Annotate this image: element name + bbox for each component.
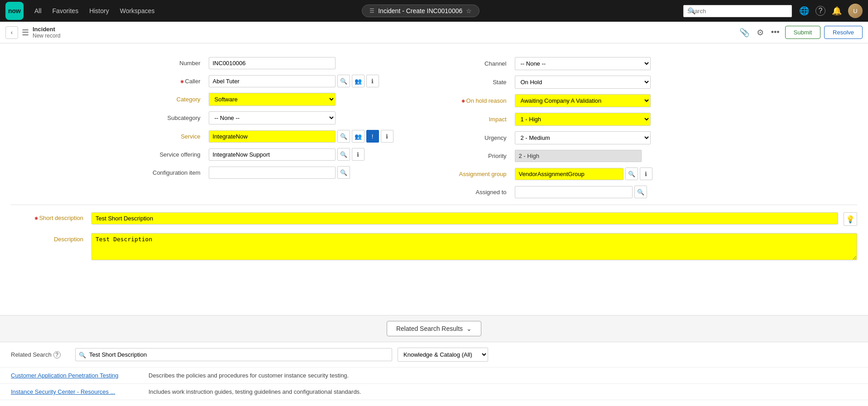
channel-select[interactable]: -- None -- Email Phone Self-service	[515, 57, 651, 70]
bell-icon[interactable]: 🔔	[832, 6, 842, 16]
urgency-row: Urgency 1 - High 2 - Medium 3 - Low	[434, 129, 740, 147]
help-icon[interactable]: ?	[815, 6, 825, 16]
service-offering-field: 🔍 ℹ	[209, 148, 434, 161]
nav-all[interactable]: All	[31, 5, 45, 16]
caller-search-button[interactable]: 🔍	[337, 75, 350, 87]
impact-label: Impact	[434, 116, 511, 123]
service-info-button[interactable]: ℹ	[381, 130, 393, 143]
assignment-group-input[interactable]	[515, 168, 623, 180]
assignment-group-label: Assignment group	[434, 171, 511, 177]
caller-row: Caller 🔍 👥 ℹ	[128, 72, 434, 90]
description-label: Description	[11, 233, 88, 243]
service-offering-row: Service offering 🔍 ℹ	[128, 145, 434, 163]
short-description-lightbulb-button[interactable]: 💡	[844, 212, 857, 226]
form-grid: Number Caller 🔍 👥 ℹ Category	[117, 54, 751, 201]
config-item-label: Configuration item	[128, 169, 205, 176]
left-column: Number Caller 🔍 👥 ℹ Category	[128, 54, 434, 201]
assigned-to-search-button[interactable]: 🔍	[634, 186, 647, 198]
global-search-input[interactable]	[683, 5, 792, 17]
star-icon[interactable]: ☆	[466, 7, 472, 14]
number-input[interactable]	[209, 57, 336, 69]
result-link-2[interactable]: Instance Security Center - Resources ...	[11, 388, 138, 395]
search-icon: 🔍	[688, 7, 695, 14]
on-hold-reason-select[interactable]: Awaiting Company A Validation Awaiting C…	[515, 94, 651, 107]
related-search-bar: Related Search ? 🔍 Knowledge & Catalog (…	[0, 342, 868, 367]
assignment-group-search-button[interactable]: 🔍	[625, 167, 638, 180]
record-subtitle: New record	[33, 33, 60, 39]
service-input[interactable]	[209, 130, 336, 143]
service-offering-input[interactable]	[209, 148, 336, 161]
subcategory-row: Subcategory -- None --	[128, 109, 434, 127]
search-results-list: Customer Application Penetration Testing…	[0, 367, 868, 406]
nav-history[interactable]: History	[86, 5, 113, 16]
attachment-button[interactable]: 📎	[738, 26, 751, 39]
config-item-row: Configuration item 🔍	[128, 163, 434, 182]
assignment-group-info-button[interactable]: ℹ	[640, 167, 652, 180]
caller-field: 🔍 👥 ℹ	[209, 75, 434, 87]
search-result-item: Customer Application Penetration Testing…	[0, 368, 868, 384]
channel-row: Channel -- None -- Email Phone Self-serv…	[434, 54, 740, 73]
nav-icons: 🌐 ? 🔔 U	[799, 4, 863, 18]
description-row: Description Test Description	[0, 229, 868, 264]
settings-button[interactable]: ⚙	[755, 26, 766, 39]
result-link-1[interactable]: Customer Application Penetration Testing	[11, 372, 138, 379]
category-field: Software Hardware Network	[209, 93, 434, 106]
related-search-input[interactable]	[75, 348, 392, 361]
top-nav: now All Favorites History Workspaces ☰ I…	[0, 0, 868, 22]
hamburger-button[interactable]: ☰	[22, 28, 29, 38]
catalog-select[interactable]: Knowledge & Catalog (All) Knowledge Cata…	[398, 348, 488, 362]
impact-select[interactable]: 1 - High 2 - Medium 3 - Low	[515, 113, 651, 126]
service-offering-search-button[interactable]: 🔍	[337, 148, 350, 161]
subcategory-select[interactable]: -- None --	[209, 111, 336, 124]
urgency-select[interactable]: 1 - High 2 - Medium 3 - Low	[515, 131, 651, 144]
category-row: Category Software Hardware Network	[128, 90, 434, 109]
resolve-button[interactable]: Resolve	[824, 26, 863, 39]
service-alert-button[interactable]: !	[366, 130, 379, 143]
config-item-search-button[interactable]: 🔍	[337, 166, 350, 179]
number-field	[209, 57, 434, 69]
caller-people-button[interactable]: 👥	[352, 75, 364, 87]
more-button[interactable]: •••	[769, 26, 782, 39]
nav-favorites[interactable]: Favorites	[49, 5, 82, 16]
related-search-icon: 🔍	[79, 351, 86, 358]
service-people-button[interactable]: 👥	[352, 130, 364, 143]
category-label: Category	[128, 96, 205, 103]
nav-workspaces[interactable]: Workspaces	[116, 5, 158, 16]
config-item-input[interactable]	[209, 167, 336, 179]
config-item-field: 🔍	[209, 166, 434, 179]
tab-label: Incident - Create INC0010006	[378, 7, 462, 14]
assignment-group-row: Assignment group 🔍 ℹ	[434, 165, 740, 183]
chevron-down-icon: ⌄	[466, 325, 472, 332]
category-select[interactable]: Software Hardware Network	[209, 93, 336, 106]
service-offering-info-button[interactable]: ℹ	[352, 148, 364, 161]
related-search-label: Related Search ?	[11, 351, 70, 358]
assigned-to-input[interactable]	[515, 186, 633, 198]
avatar[interactable]: U	[848, 4, 863, 18]
submit-button[interactable]: Submit	[785, 26, 820, 39]
assigned-to-field: 🔍	[515, 186, 740, 198]
assigned-to-label: Assigned to	[434, 189, 511, 196]
impact-row: Impact 1 - High 2 - Medium 3 - Low	[434, 110, 740, 129]
active-tab[interactable]: ☰ Incident - Create INC0010006 ☆	[362, 5, 480, 17]
state-select[interactable]: On Hold New In Progress Resolved Closed	[515, 76, 651, 89]
caller-input[interactable]	[209, 75, 336, 87]
short-description-input[interactable]	[91, 212, 838, 224]
priority-label: Priority	[434, 153, 511, 159]
caller-info-button[interactable]: ℹ	[366, 75, 379, 87]
globe-icon[interactable]: 🌐	[799, 6, 809, 16]
state-row: State On Hold New In Progress Resolved C…	[434, 73, 740, 91]
service-search-button[interactable]: 🔍	[337, 130, 350, 143]
tab-icon: ☰	[369, 8, 374, 14]
channel-label: Channel	[434, 60, 511, 67]
related-search-section: Related Search Results ⌄ Related Search …	[0, 315, 868, 406]
right-column: Channel -- None -- Email Phone Self-serv…	[434, 54, 740, 201]
back-button[interactable]: ‹	[5, 26, 18, 39]
number-row: Number	[128, 54, 434, 72]
on-hold-reason-label: On hold reason	[434, 97, 511, 104]
related-search-help-icon[interactable]: ?	[53, 351, 61, 358]
back-icon: ‹	[11, 29, 13, 36]
search-wrap: 🔍	[683, 5, 792, 17]
logo[interactable]: now	[5, 2, 24, 20]
description-textarea[interactable]: Test Description	[91, 233, 857, 260]
related-search-results-button[interactable]: Related Search Results ⌄	[387, 321, 481, 336]
